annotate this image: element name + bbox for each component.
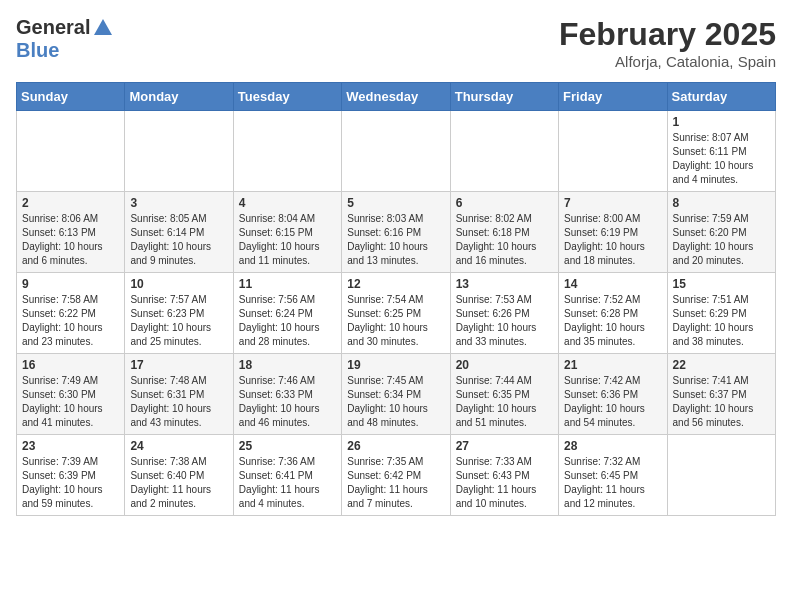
calendar-cell bbox=[342, 111, 450, 192]
calendar-cell: 12Sunrise: 7:54 AM Sunset: 6:25 PM Dayli… bbox=[342, 273, 450, 354]
day-number: 21 bbox=[564, 358, 661, 372]
calendar-cell: 2Sunrise: 8:06 AM Sunset: 6:13 PM Daylig… bbox=[17, 192, 125, 273]
day-number: 5 bbox=[347, 196, 444, 210]
day-number: 10 bbox=[130, 277, 227, 291]
calendar-week-5: 23Sunrise: 7:39 AM Sunset: 6:39 PM Dayli… bbox=[17, 435, 776, 516]
day-number: 14 bbox=[564, 277, 661, 291]
calendar-cell: 23Sunrise: 7:39 AM Sunset: 6:39 PM Dayli… bbox=[17, 435, 125, 516]
day-number: 11 bbox=[239, 277, 336, 291]
day-info: Sunrise: 8:05 AM Sunset: 6:14 PM Dayligh… bbox=[130, 212, 227, 268]
day-info: Sunrise: 8:00 AM Sunset: 6:19 PM Dayligh… bbox=[564, 212, 661, 268]
calendar-header-friday: Friday bbox=[559, 83, 667, 111]
location: Alforja, Catalonia, Spain bbox=[559, 53, 776, 70]
calendar-cell: 1Sunrise: 8:07 AM Sunset: 6:11 PM Daylig… bbox=[667, 111, 775, 192]
day-number: 28 bbox=[564, 439, 661, 453]
page-header: General Blue February 2025 Alforja, Cata… bbox=[16, 16, 776, 70]
day-info: Sunrise: 7:58 AM Sunset: 6:22 PM Dayligh… bbox=[22, 293, 119, 349]
calendar-cell bbox=[667, 435, 775, 516]
day-number: 23 bbox=[22, 439, 119, 453]
calendar-cell: 22Sunrise: 7:41 AM Sunset: 6:37 PM Dayli… bbox=[667, 354, 775, 435]
calendar-cell: 21Sunrise: 7:42 AM Sunset: 6:36 PM Dayli… bbox=[559, 354, 667, 435]
day-number: 25 bbox=[239, 439, 336, 453]
calendar-header-thursday: Thursday bbox=[450, 83, 558, 111]
calendar-header-monday: Monday bbox=[125, 83, 233, 111]
day-number: 15 bbox=[673, 277, 770, 291]
day-info: Sunrise: 7:32 AM Sunset: 6:45 PM Dayligh… bbox=[564, 455, 661, 511]
month-title: February 2025 bbox=[559, 16, 776, 53]
day-number: 3 bbox=[130, 196, 227, 210]
calendar-cell: 3Sunrise: 8:05 AM Sunset: 6:14 PM Daylig… bbox=[125, 192, 233, 273]
day-info: Sunrise: 7:51 AM Sunset: 6:29 PM Dayligh… bbox=[673, 293, 770, 349]
day-info: Sunrise: 8:04 AM Sunset: 6:15 PM Dayligh… bbox=[239, 212, 336, 268]
calendar-cell: 17Sunrise: 7:48 AM Sunset: 6:31 PM Dayli… bbox=[125, 354, 233, 435]
logo-blue: Blue bbox=[16, 39, 59, 61]
calendar-cell: 13Sunrise: 7:53 AM Sunset: 6:26 PM Dayli… bbox=[450, 273, 558, 354]
calendar-week-2: 2Sunrise: 8:06 AM Sunset: 6:13 PM Daylig… bbox=[17, 192, 776, 273]
calendar-cell: 11Sunrise: 7:56 AM Sunset: 6:24 PM Dayli… bbox=[233, 273, 341, 354]
calendar-cell bbox=[233, 111, 341, 192]
calendar-cell: 20Sunrise: 7:44 AM Sunset: 6:35 PM Dayli… bbox=[450, 354, 558, 435]
day-number: 4 bbox=[239, 196, 336, 210]
day-number: 22 bbox=[673, 358, 770, 372]
day-info: Sunrise: 7:54 AM Sunset: 6:25 PM Dayligh… bbox=[347, 293, 444, 349]
day-info: Sunrise: 8:03 AM Sunset: 6:16 PM Dayligh… bbox=[347, 212, 444, 268]
day-number: 13 bbox=[456, 277, 553, 291]
day-info: Sunrise: 7:42 AM Sunset: 6:36 PM Dayligh… bbox=[564, 374, 661, 430]
calendar-cell: 24Sunrise: 7:38 AM Sunset: 6:40 PM Dayli… bbox=[125, 435, 233, 516]
logo: General Blue bbox=[16, 16, 114, 62]
calendar-cell: 14Sunrise: 7:52 AM Sunset: 6:28 PM Dayli… bbox=[559, 273, 667, 354]
calendar-header-row: SundayMondayTuesdayWednesdayThursdayFrid… bbox=[17, 83, 776, 111]
day-info: Sunrise: 7:53 AM Sunset: 6:26 PM Dayligh… bbox=[456, 293, 553, 349]
title-block: February 2025 Alforja, Catalonia, Spain bbox=[559, 16, 776, 70]
calendar-week-3: 9Sunrise: 7:58 AM Sunset: 6:22 PM Daylig… bbox=[17, 273, 776, 354]
logo-icon bbox=[92, 17, 114, 39]
day-info: Sunrise: 7:57 AM Sunset: 6:23 PM Dayligh… bbox=[130, 293, 227, 349]
calendar-cell: 8Sunrise: 7:59 AM Sunset: 6:20 PM Daylig… bbox=[667, 192, 775, 273]
calendar-cell: 6Sunrise: 8:02 AM Sunset: 6:18 PM Daylig… bbox=[450, 192, 558, 273]
calendar-cell: 25Sunrise: 7:36 AM Sunset: 6:41 PM Dayli… bbox=[233, 435, 341, 516]
day-number: 8 bbox=[673, 196, 770, 210]
calendar-cell: 19Sunrise: 7:45 AM Sunset: 6:34 PM Dayli… bbox=[342, 354, 450, 435]
day-info: Sunrise: 7:49 AM Sunset: 6:30 PM Dayligh… bbox=[22, 374, 119, 430]
day-info: Sunrise: 7:44 AM Sunset: 6:35 PM Dayligh… bbox=[456, 374, 553, 430]
day-info: Sunrise: 7:52 AM Sunset: 6:28 PM Dayligh… bbox=[564, 293, 661, 349]
calendar-header-tuesday: Tuesday bbox=[233, 83, 341, 111]
day-number: 20 bbox=[456, 358, 553, 372]
day-number: 27 bbox=[456, 439, 553, 453]
day-number: 16 bbox=[22, 358, 119, 372]
calendar-week-4: 16Sunrise: 7:49 AM Sunset: 6:30 PM Dayli… bbox=[17, 354, 776, 435]
calendar-cell: 5Sunrise: 8:03 AM Sunset: 6:16 PM Daylig… bbox=[342, 192, 450, 273]
calendar-header-wednesday: Wednesday bbox=[342, 83, 450, 111]
calendar-cell: 18Sunrise: 7:46 AM Sunset: 6:33 PM Dayli… bbox=[233, 354, 341, 435]
day-number: 2 bbox=[22, 196, 119, 210]
day-number: 17 bbox=[130, 358, 227, 372]
calendar-cell: 28Sunrise: 7:32 AM Sunset: 6:45 PM Dayli… bbox=[559, 435, 667, 516]
logo-general: General bbox=[16, 16, 90, 39]
svg-marker-0 bbox=[94, 19, 112, 35]
calendar-cell bbox=[559, 111, 667, 192]
calendar-cell bbox=[17, 111, 125, 192]
calendar-cell: 7Sunrise: 8:00 AM Sunset: 6:19 PM Daylig… bbox=[559, 192, 667, 273]
calendar-cell: 26Sunrise: 7:35 AM Sunset: 6:42 PM Dayli… bbox=[342, 435, 450, 516]
calendar-cell bbox=[450, 111, 558, 192]
day-info: Sunrise: 7:46 AM Sunset: 6:33 PM Dayligh… bbox=[239, 374, 336, 430]
day-info: Sunrise: 8:02 AM Sunset: 6:18 PM Dayligh… bbox=[456, 212, 553, 268]
day-info: Sunrise: 7:36 AM Sunset: 6:41 PM Dayligh… bbox=[239, 455, 336, 511]
calendar-header-saturday: Saturday bbox=[667, 83, 775, 111]
day-info: Sunrise: 7:56 AM Sunset: 6:24 PM Dayligh… bbox=[239, 293, 336, 349]
day-info: Sunrise: 7:59 AM Sunset: 6:20 PM Dayligh… bbox=[673, 212, 770, 268]
day-info: Sunrise: 7:41 AM Sunset: 6:37 PM Dayligh… bbox=[673, 374, 770, 430]
day-number: 9 bbox=[22, 277, 119, 291]
calendar-cell: 27Sunrise: 7:33 AM Sunset: 6:43 PM Dayli… bbox=[450, 435, 558, 516]
day-number: 19 bbox=[347, 358, 444, 372]
calendar-cell: 4Sunrise: 8:04 AM Sunset: 6:15 PM Daylig… bbox=[233, 192, 341, 273]
day-number: 1 bbox=[673, 115, 770, 129]
day-info: Sunrise: 8:07 AM Sunset: 6:11 PM Dayligh… bbox=[673, 131, 770, 187]
calendar-cell bbox=[125, 111, 233, 192]
day-info: Sunrise: 8:06 AM Sunset: 6:13 PM Dayligh… bbox=[22, 212, 119, 268]
calendar-header-sunday: Sunday bbox=[17, 83, 125, 111]
day-info: Sunrise: 7:33 AM Sunset: 6:43 PM Dayligh… bbox=[456, 455, 553, 511]
day-number: 7 bbox=[564, 196, 661, 210]
day-info: Sunrise: 7:39 AM Sunset: 6:39 PM Dayligh… bbox=[22, 455, 119, 511]
calendar-table: SundayMondayTuesdayWednesdayThursdayFrid… bbox=[16, 82, 776, 516]
